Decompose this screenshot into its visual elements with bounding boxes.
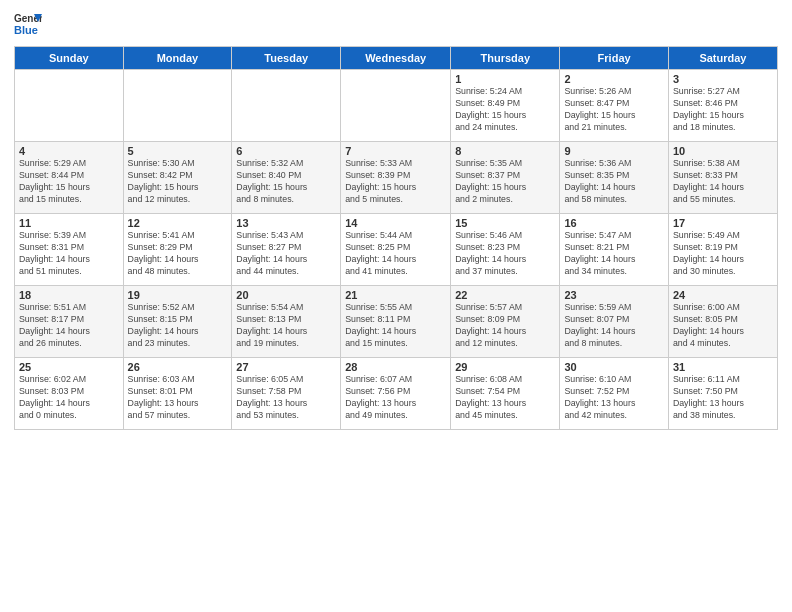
header: General Blue [14, 10, 778, 38]
day-number: 5 [128, 145, 228, 157]
day-cell: 2Sunrise: 5:26 AM Sunset: 8:47 PM Daylig… [560, 70, 669, 142]
day-cell: 30Sunrise: 6:10 AM Sunset: 7:52 PM Dayli… [560, 358, 669, 430]
day-header-friday: Friday [560, 47, 669, 70]
day-number: 16 [564, 217, 664, 229]
day-detail: Sunrise: 5:43 AM Sunset: 8:27 PM Dayligh… [236, 230, 336, 278]
day-number: 20 [236, 289, 336, 301]
day-cell: 18Sunrise: 5:51 AM Sunset: 8:17 PM Dayli… [15, 286, 124, 358]
day-header-wednesday: Wednesday [341, 47, 451, 70]
day-cell: 3Sunrise: 5:27 AM Sunset: 8:46 PM Daylig… [668, 70, 777, 142]
day-cell: 21Sunrise: 5:55 AM Sunset: 8:11 PM Dayli… [341, 286, 451, 358]
day-detail: Sunrise: 5:57 AM Sunset: 8:09 PM Dayligh… [455, 302, 555, 350]
header-row: SundayMondayTuesdayWednesdayThursdayFrid… [15, 47, 778, 70]
day-detail: Sunrise: 5:36 AM Sunset: 8:35 PM Dayligh… [564, 158, 664, 206]
day-number: 14 [345, 217, 446, 229]
day-detail: Sunrise: 5:32 AM Sunset: 8:40 PM Dayligh… [236, 158, 336, 206]
day-number: 6 [236, 145, 336, 157]
day-number: 31 [673, 361, 773, 373]
day-number: 3 [673, 73, 773, 85]
week-row-5: 25Sunrise: 6:02 AM Sunset: 8:03 PM Dayli… [15, 358, 778, 430]
week-row-4: 18Sunrise: 5:51 AM Sunset: 8:17 PM Dayli… [15, 286, 778, 358]
day-cell [341, 70, 451, 142]
day-detail: Sunrise: 5:49 AM Sunset: 8:19 PM Dayligh… [673, 230, 773, 278]
day-number: 11 [19, 217, 119, 229]
day-cell: 10Sunrise: 5:38 AM Sunset: 8:33 PM Dayli… [668, 142, 777, 214]
day-number: 28 [345, 361, 446, 373]
page-container: General Blue SundayMondayTuesdayWednesda… [0, 0, 792, 436]
day-number: 26 [128, 361, 228, 373]
day-cell: 29Sunrise: 6:08 AM Sunset: 7:54 PM Dayli… [451, 358, 560, 430]
day-number: 30 [564, 361, 664, 373]
day-detail: Sunrise: 6:11 AM Sunset: 7:50 PM Dayligh… [673, 374, 773, 422]
day-detail: Sunrise: 5:27 AM Sunset: 8:46 PM Dayligh… [673, 86, 773, 134]
day-header-tuesday: Tuesday [232, 47, 341, 70]
day-cell: 6Sunrise: 5:32 AM Sunset: 8:40 PM Daylig… [232, 142, 341, 214]
day-number: 25 [19, 361, 119, 373]
day-number: 2 [564, 73, 664, 85]
day-cell: 22Sunrise: 5:57 AM Sunset: 8:09 PM Dayli… [451, 286, 560, 358]
day-number: 1 [455, 73, 555, 85]
day-number: 29 [455, 361, 555, 373]
day-detail: Sunrise: 6:03 AM Sunset: 8:01 PM Dayligh… [128, 374, 228, 422]
day-detail: Sunrise: 5:54 AM Sunset: 8:13 PM Dayligh… [236, 302, 336, 350]
day-detail: Sunrise: 5:59 AM Sunset: 8:07 PM Dayligh… [564, 302, 664, 350]
day-detail: Sunrise: 5:46 AM Sunset: 8:23 PM Dayligh… [455, 230, 555, 278]
day-number: 8 [455, 145, 555, 157]
day-detail: Sunrise: 5:41 AM Sunset: 8:29 PM Dayligh… [128, 230, 228, 278]
day-cell: 4Sunrise: 5:29 AM Sunset: 8:44 PM Daylig… [15, 142, 124, 214]
day-number: 9 [564, 145, 664, 157]
day-cell [232, 70, 341, 142]
day-cell: 16Sunrise: 5:47 AM Sunset: 8:21 PM Dayli… [560, 214, 669, 286]
day-number: 23 [564, 289, 664, 301]
day-cell: 31Sunrise: 6:11 AM Sunset: 7:50 PM Dayli… [668, 358, 777, 430]
day-cell: 15Sunrise: 5:46 AM Sunset: 8:23 PM Dayli… [451, 214, 560, 286]
day-number: 10 [673, 145, 773, 157]
day-number: 18 [19, 289, 119, 301]
day-cell: 23Sunrise: 5:59 AM Sunset: 8:07 PM Dayli… [560, 286, 669, 358]
day-detail: Sunrise: 5:52 AM Sunset: 8:15 PM Dayligh… [128, 302, 228, 350]
day-cell [123, 70, 232, 142]
day-cell: 27Sunrise: 6:05 AM Sunset: 7:58 PM Dayli… [232, 358, 341, 430]
day-detail: Sunrise: 5:24 AM Sunset: 8:49 PM Dayligh… [455, 86, 555, 134]
day-header-monday: Monday [123, 47, 232, 70]
day-detail: Sunrise: 5:39 AM Sunset: 8:31 PM Dayligh… [19, 230, 119, 278]
day-detail: Sunrise: 5:44 AM Sunset: 8:25 PM Dayligh… [345, 230, 446, 278]
day-cell [15, 70, 124, 142]
day-cell: 7Sunrise: 5:33 AM Sunset: 8:39 PM Daylig… [341, 142, 451, 214]
day-cell: 14Sunrise: 5:44 AM Sunset: 8:25 PM Dayli… [341, 214, 451, 286]
day-detail: Sunrise: 6:10 AM Sunset: 7:52 PM Dayligh… [564, 374, 664, 422]
day-cell: 24Sunrise: 6:00 AM Sunset: 8:05 PM Dayli… [668, 286, 777, 358]
day-detail: Sunrise: 5:38 AM Sunset: 8:33 PM Dayligh… [673, 158, 773, 206]
day-cell: 9Sunrise: 5:36 AM Sunset: 8:35 PM Daylig… [560, 142, 669, 214]
day-cell: 26Sunrise: 6:03 AM Sunset: 8:01 PM Dayli… [123, 358, 232, 430]
day-number: 12 [128, 217, 228, 229]
day-detail: Sunrise: 6:08 AM Sunset: 7:54 PM Dayligh… [455, 374, 555, 422]
day-header-thursday: Thursday [451, 47, 560, 70]
day-cell: 8Sunrise: 5:35 AM Sunset: 8:37 PM Daylig… [451, 142, 560, 214]
day-header-sunday: Sunday [15, 47, 124, 70]
day-number: 22 [455, 289, 555, 301]
day-detail: Sunrise: 6:00 AM Sunset: 8:05 PM Dayligh… [673, 302, 773, 350]
day-number: 21 [345, 289, 446, 301]
day-cell: 28Sunrise: 6:07 AM Sunset: 7:56 PM Dayli… [341, 358, 451, 430]
day-cell: 19Sunrise: 5:52 AM Sunset: 8:15 PM Dayli… [123, 286, 232, 358]
day-detail: Sunrise: 5:35 AM Sunset: 8:37 PM Dayligh… [455, 158, 555, 206]
day-detail: Sunrise: 5:30 AM Sunset: 8:42 PM Dayligh… [128, 158, 228, 206]
calendar-table: SundayMondayTuesdayWednesdayThursdayFrid… [14, 46, 778, 430]
day-detail: Sunrise: 5:33 AM Sunset: 8:39 PM Dayligh… [345, 158, 446, 206]
day-detail: Sunrise: 5:51 AM Sunset: 8:17 PM Dayligh… [19, 302, 119, 350]
day-cell: 12Sunrise: 5:41 AM Sunset: 8:29 PM Dayli… [123, 214, 232, 286]
day-number: 15 [455, 217, 555, 229]
day-number: 7 [345, 145, 446, 157]
day-cell: 25Sunrise: 6:02 AM Sunset: 8:03 PM Dayli… [15, 358, 124, 430]
day-number: 4 [19, 145, 119, 157]
day-detail: Sunrise: 5:29 AM Sunset: 8:44 PM Dayligh… [19, 158, 119, 206]
day-number: 19 [128, 289, 228, 301]
day-detail: Sunrise: 5:55 AM Sunset: 8:11 PM Dayligh… [345, 302, 446, 350]
day-detail: Sunrise: 6:02 AM Sunset: 8:03 PM Dayligh… [19, 374, 119, 422]
week-row-2: 4Sunrise: 5:29 AM Sunset: 8:44 PM Daylig… [15, 142, 778, 214]
week-row-1: 1Sunrise: 5:24 AM Sunset: 8:49 PM Daylig… [15, 70, 778, 142]
week-row-3: 11Sunrise: 5:39 AM Sunset: 8:31 PM Dayli… [15, 214, 778, 286]
day-number: 17 [673, 217, 773, 229]
day-number: 13 [236, 217, 336, 229]
